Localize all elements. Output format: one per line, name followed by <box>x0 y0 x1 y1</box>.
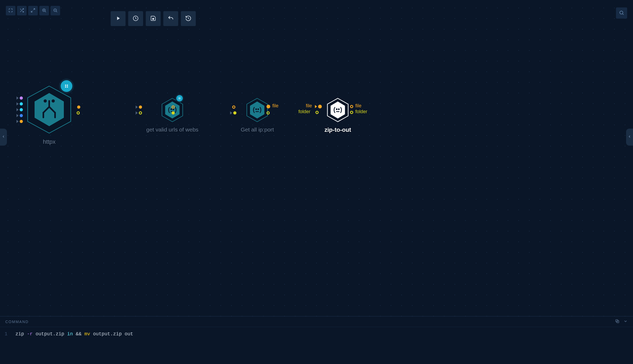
port-label: file <box>272 103 278 109</box>
port-label: folder <box>355 109 367 115</box>
node-httpx-input-port-5[interactable] <box>16 120 23 123</box>
svg-point-4 <box>620 11 623 14</box>
node-label: Get all ip:port <box>241 126 274 133</box>
command-editor[interactable]: 1 zip -r output.zip in && mv output.zip … <box>0 327 633 364</box>
search-button[interactable] <box>616 7 627 19</box>
node-validurls-output-port-1[interactable] <box>172 105 175 109</box>
node-hexagon <box>246 98 268 122</box>
right-drawer-toggle[interactable] <box>626 129 633 146</box>
node-httpx-input-port-4[interactable] <box>16 114 23 117</box>
fullscreen-icon <box>8 8 13 14</box>
node-valid-urls[interactable]: get valid urls of webs <box>146 98 198 133</box>
node-ipport-output-port-folder[interactable] <box>266 111 270 115</box>
node-label: get valid urls of webs <box>146 126 198 133</box>
node-httpx-input-port-2[interactable] <box>16 102 23 106</box>
shuffle-icon <box>19 8 24 14</box>
node-ipport-input-port-2[interactable] <box>230 111 236 115</box>
svg-point-23 <box>256 109 257 109</box>
port-label: folder <box>298 109 310 115</box>
node-zip-input-port-file[interactable] <box>315 105 322 108</box>
svg-rect-10 <box>67 85 68 86</box>
svg-point-27 <box>336 109 337 109</box>
svg-rect-19 <box>179 99 180 99</box>
undo-icon <box>168 15 174 22</box>
node-validurls-input-port[interactable] <box>136 105 142 109</box>
node-httpx-output-port-2[interactable] <box>77 111 80 115</box>
svg-rect-9 <box>65 85 66 86</box>
command-panel: COMMAND 1 zip -r output.zip in && mv out… <box>0 316 633 364</box>
node-httpx-input-port-1[interactable] <box>16 96 23 100</box>
workflow-canvas[interactable]: httpx get valid urls of webs <box>0 0 633 316</box>
expand-button[interactable] <box>28 6 38 15</box>
svg-point-28 <box>338 109 339 109</box>
run-button[interactable] <box>111 11 126 26</box>
copy-icon <box>615 319 620 324</box>
chevron-left-icon <box>628 135 631 139</box>
fit-view-button[interactable] <box>6 6 15 15</box>
svg-point-7 <box>44 100 46 102</box>
svg-rect-18 <box>180 98 181 98</box>
zoom-in-icon <box>42 8 47 14</box>
zoom-in-button[interactable] <box>39 6 49 15</box>
line-number: 1 <box>0 331 15 337</box>
node-validurls-input-port-2[interactable] <box>136 111 142 115</box>
command-panel-title: COMMAND <box>5 320 29 324</box>
clock-icon <box>132 15 139 22</box>
chevron-down-icon <box>623 319 628 324</box>
node-zip-input-port-folder[interactable] <box>315 111 319 114</box>
port-label: file <box>355 103 361 109</box>
copy-command-button[interactable] <box>615 319 620 324</box>
history-button[interactable] <box>181 11 196 26</box>
expand-icon <box>31 8 35 14</box>
node-httpx-output-port-1[interactable] <box>77 105 80 109</box>
history-icon <box>185 15 191 22</box>
svg-point-3 <box>152 18 154 20</box>
undo-button[interactable] <box>163 11 178 26</box>
node-apps-badge[interactable] <box>176 95 183 101</box>
node-validurls-output-port-2[interactable] <box>172 111 175 115</box>
search-icon <box>619 10 624 16</box>
code-content: zip -r output.zip in && mv output.zip ou… <box>15 331 133 337</box>
shuffle-button[interactable] <box>17 6 27 15</box>
save-icon <box>150 15 156 22</box>
node-httpx[interactable]: httpx <box>27 85 72 145</box>
zoom-out-icon <box>53 8 58 14</box>
save-button[interactable] <box>146 11 161 26</box>
svg-rect-12 <box>67 86 68 87</box>
node-hexagon <box>327 98 349 122</box>
node-ipport-output-port-file[interactable] <box>266 105 270 108</box>
play-icon <box>115 15 121 22</box>
port-label: file <box>306 103 312 109</box>
expand-command-button[interactable] <box>623 319 628 324</box>
node-zip-to-out[interactable]: zip-to-out <box>324 98 351 133</box>
view-toolbar <box>6 6 60 15</box>
schedule-button[interactable] <box>128 11 143 26</box>
node-label: zip-to-out <box>324 126 351 133</box>
svg-point-24 <box>258 109 259 109</box>
code-line: 1 zip -r output.zip in && mv output.zip … <box>0 331 633 337</box>
command-panel-header: COMMAND <box>0 316 633 327</box>
node-httpx-input-port-3[interactable] <box>16 108 23 112</box>
node-apps-badge[interactable] <box>61 80 72 92</box>
node-zip-output-port-file[interactable] <box>350 105 353 108</box>
svg-point-8 <box>52 100 54 102</box>
action-toolbar <box>111 11 196 26</box>
svg-rect-11 <box>65 86 66 87</box>
node-hexagon <box>27 85 72 134</box>
left-drawer-toggle[interactable] <box>0 129 7 146</box>
node-hexagon <box>161 98 183 122</box>
node-ipport-input-port-1[interactable] <box>232 105 235 109</box>
node-label: httpx <box>43 138 56 145</box>
svg-rect-17 <box>179 98 180 98</box>
chevron-left-icon <box>2 135 5 139</box>
node-zip-output-port-folder[interactable] <box>350 111 353 114</box>
node-ip-port[interactable]: Get all ip:port <box>241 98 274 133</box>
svg-rect-20 <box>180 99 181 99</box>
zoom-out-button[interactable] <box>51 6 60 15</box>
